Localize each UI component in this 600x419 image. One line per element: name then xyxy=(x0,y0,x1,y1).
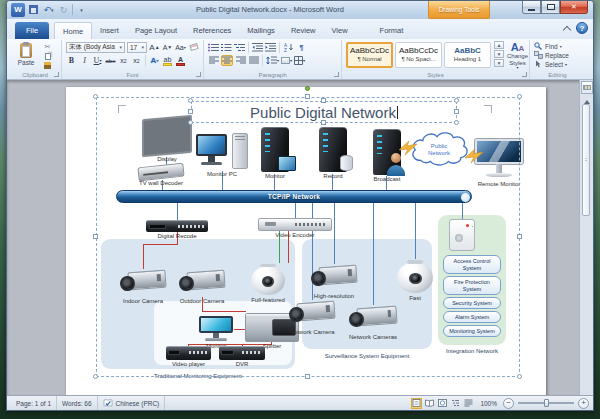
system-button-access-control-system[interactable]: Access Control System xyxy=(443,255,501,274)
scroll-up-icon[interactable] xyxy=(584,97,590,104)
diagram-node-record[interactable]: Record xyxy=(314,127,352,172)
diagram-node-high-resolution[interactable]: High-resolution xyxy=(311,264,357,292)
underline-icon[interactable]: U▾ xyxy=(92,55,103,66)
grow-font-icon[interactable]: A▲ xyxy=(149,42,160,53)
multilevel-list-icon[interactable] xyxy=(234,42,245,53)
title-bar[interactable]: W ↶▾ ↻ ▾ Public Digital Network.docx - M… xyxy=(7,1,593,19)
selection-handle[interactable] xyxy=(517,94,522,99)
tab-insert[interactable]: Insert xyxy=(92,22,127,39)
paste-button[interactable]: Paste xyxy=(13,41,39,67)
copy-icon[interactable] xyxy=(42,53,53,60)
tab-page-layout[interactable]: Page Layout xyxy=(127,22,185,39)
font-size-combobox[interactable]: 17▾ xyxy=(127,42,147,53)
select-button[interactable]: Select▾ xyxy=(534,60,569,68)
zoom-out-icon[interactable]: − xyxy=(503,398,514,409)
diagram-node-public-network[interactable]: Public Network xyxy=(408,131,470,169)
style-card-0[interactable]: AaBbCcDc¶ Normal xyxy=(346,42,393,68)
tab-review[interactable]: Review xyxy=(283,22,324,39)
highlight-color-icon[interactable]: ab xyxy=(162,55,173,66)
selection-handle[interactable] xyxy=(517,374,522,379)
qat-customize-icon[interactable]: ▾ xyxy=(75,3,88,16)
sort-icon[interactable]: AZ xyxy=(283,42,294,53)
bold-icon[interactable]: B xyxy=(66,55,77,66)
decrease-indent-icon[interactable] xyxy=(252,42,263,53)
selection-handle[interactable] xyxy=(454,120,459,125)
ruler-toggle-icon[interactable] xyxy=(581,81,593,94)
font-color-icon[interactable]: A xyxy=(175,55,186,66)
selection-handle[interactable] xyxy=(454,98,459,103)
selection-handle[interactable] xyxy=(93,374,98,379)
fullscreen-reading-view-icon[interactable] xyxy=(424,398,435,409)
selection-handle[interactable] xyxy=(93,94,98,99)
format-painter-icon[interactable] xyxy=(42,62,53,69)
style-card-1[interactable]: AaBbCcDc¶ No Spaci... xyxy=(395,42,442,68)
styles-scroll-up-icon[interactable]: ▲ xyxy=(494,41,504,49)
styles-more-icon[interactable]: ▼ xyxy=(494,59,504,67)
undo-icon[interactable]: ↶▾ xyxy=(42,3,55,16)
superscript-icon[interactable]: x2 xyxy=(131,55,142,66)
font-dialog-launcher-icon[interactable] xyxy=(196,72,201,77)
system-button-monitoring-system[interactable]: Monitoring System xyxy=(443,325,501,337)
diagram-node-video-encoder[interactable]: Video Encoder xyxy=(258,218,332,231)
font-name-combobox[interactable]: 宋体 (Body Asia▾ xyxy=(66,42,125,53)
tab-format[interactable]: Format xyxy=(372,22,412,39)
change-styles-button[interactable]: AA Change Styles ▾ xyxy=(507,41,528,67)
print-layout-view-icon[interactable] xyxy=(411,398,422,409)
web-layout-view-icon[interactable] xyxy=(437,398,448,409)
tab-view[interactable]: View xyxy=(323,22,355,39)
bullets-icon[interactable] xyxy=(208,42,219,53)
diagram-node-monitor[interactable]: Monitor xyxy=(256,127,294,172)
zoom-slider-thumb[interactable] xyxy=(544,399,549,407)
selection-handle[interactable] xyxy=(305,374,310,379)
tcp-ip-network-bar[interactable]: TCP/IP Network xyxy=(116,190,472,203)
replace-button[interactable]: Replace xyxy=(534,51,569,59)
zoom-slider[interactable] xyxy=(518,402,574,404)
styles-scroll-down-icon[interactable]: ▼ xyxy=(494,50,504,58)
restore-button[interactable] xyxy=(541,1,560,14)
diagram-node-display[interactable]: Display xyxy=(142,117,192,155)
selection-handle[interactable] xyxy=(93,234,98,239)
style-card-2[interactable]: AaBbCHeading 1 xyxy=(444,42,491,68)
tab-file[interactable]: File xyxy=(15,22,49,39)
clipboard-dialog-launcher-icon[interactable] xyxy=(54,72,59,77)
draft-view-icon[interactable] xyxy=(463,398,474,409)
diagram-node-accessdev[interactable] xyxy=(449,219,475,251)
diagram-node-network-cameras[interactable]: Network Cameras xyxy=(349,305,397,333)
diagram-node-monitor-pc[interactable]: Monitor PC xyxy=(196,133,248,170)
show-paragraph-marks-icon[interactable]: ¶ xyxy=(296,42,307,53)
diagram-node-outdoor-camera[interactable]: Outdoor Camera xyxy=(179,269,225,297)
strikethrough-icon[interactable]: abe xyxy=(105,55,116,66)
align-right-icon[interactable] xyxy=(235,55,246,66)
align-left-icon[interactable] xyxy=(208,55,219,66)
document-page[interactable]: Public Digital Network TCP/IP NetworkDis… xyxy=(66,87,546,395)
selection-handle[interactable] xyxy=(305,94,310,99)
word-count[interactable]: Words: 66 xyxy=(57,396,98,410)
selection-handle[interactable] xyxy=(188,120,193,125)
tab-mailings[interactable]: Mailings xyxy=(239,22,283,39)
help-icon[interactable]: ? xyxy=(576,22,588,34)
selection-handle[interactable] xyxy=(321,120,326,125)
numbering-icon[interactable] xyxy=(221,42,232,53)
diagram-node-monitor[interactable]: Monitor xyxy=(199,316,233,342)
selection-handle[interactable] xyxy=(517,234,522,239)
system-button-security-system[interactable]: Security System xyxy=(443,297,501,309)
styles-dialog-launcher-icon[interactable] xyxy=(522,72,527,77)
proofing-status[interactable]: Chinese (PRC) xyxy=(98,396,166,410)
tab-home[interactable]: Home xyxy=(54,22,92,39)
align-center-icon[interactable] xyxy=(221,55,233,66)
increase-indent-icon[interactable] xyxy=(265,42,276,53)
diagram-node-tv-wall-decoder[interactable]: TV wall Decoder xyxy=(138,165,184,179)
diagram-node-dvr[interactable]: DVR xyxy=(219,346,265,360)
vertical-scrollbar[interactable] xyxy=(579,80,593,395)
diagram-node-fast[interactable]: Fast xyxy=(395,259,435,294)
redo-icon[interactable]: ↻ xyxy=(57,3,70,16)
system-button-fire-protection-system[interactable]: Fire Protection System xyxy=(443,276,501,295)
rotate-handle[interactable] xyxy=(305,86,310,91)
diagram-node-network-camera[interactable]: Network Camera xyxy=(289,300,335,328)
selection-handle[interactable] xyxy=(188,109,193,114)
text-effects-icon[interactable]: A▾ xyxy=(149,55,160,66)
minimize-ribbon-icon[interactable] xyxy=(562,23,572,33)
change-case-icon[interactable]: Aa▾ xyxy=(175,42,186,53)
justify-icon[interactable] xyxy=(248,55,259,66)
clear-formatting-icon[interactable] xyxy=(188,42,199,53)
